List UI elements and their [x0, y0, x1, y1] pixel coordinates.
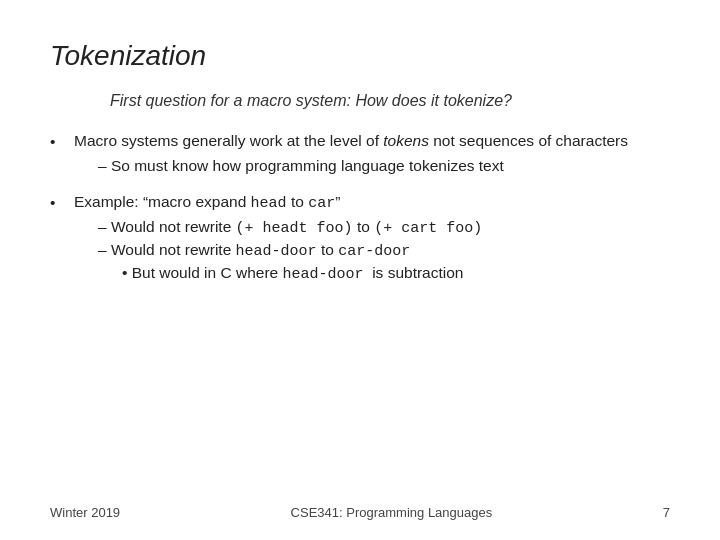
bullet-text-2: Example: “macro expand head to car” — [74, 193, 670, 212]
sub-bullet-2-2: – Would not rewrite head-door to car-doo… — [98, 241, 670, 260]
bullet-dot-2: • — [50, 193, 74, 212]
bullet-main-2: • Example: “macro expand head to car” — [50, 193, 670, 212]
bullet-text-1: Macro systems generally work at the leve… — [74, 132, 670, 150]
slide-subtitle: First question for a macro system: How d… — [110, 92, 670, 110]
bullet-section-2: • Example: “macro expand head to car” – … — [50, 193, 670, 283]
footer-center: CSE341: Programming Languages — [291, 505, 493, 520]
bullet-main-1: • Macro systems generally work at the le… — [50, 132, 670, 151]
sub-sub-bullet-2-1: • But would in C where head-door is subt… — [122, 264, 670, 283]
slide-title: Tokenization — [50, 40, 670, 72]
footer-left: Winter 2019 — [50, 505, 120, 520]
footer-right: 7 — [663, 505, 670, 520]
sub-bullet-2-1: – Would not rewrite (+ headt foo) to (+ … — [98, 218, 670, 237]
slide: Tokenization First question for a macro … — [0, 0, 720, 540]
sub-bullet-1-1: – So must know how programming language … — [98, 157, 670, 175]
footer: Winter 2019 CSE341: Programming Language… — [0, 505, 720, 520]
bullet-dot-1: • — [50, 132, 74, 151]
bullet-section-1: • Macro systems generally work at the le… — [50, 132, 670, 175]
